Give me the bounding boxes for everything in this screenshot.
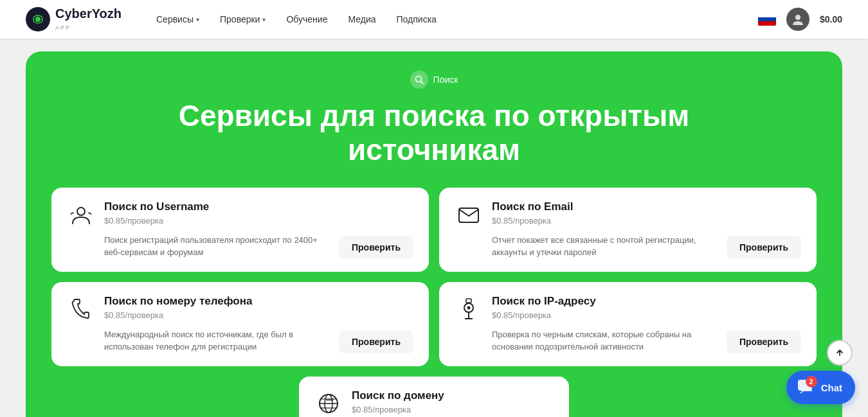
scroll-up-button[interactable] (827, 340, 853, 366)
check-username-button[interactable]: Проверить (339, 236, 413, 259)
card-ip-title: Поиск по IP-адресу (492, 295, 801, 308)
domain-icon: www (314, 389, 343, 417)
header-right: $0.00 (758, 8, 842, 31)
card-phone-title: Поиск по номеру телефона (104, 295, 413, 308)
logo-icon (26, 7, 50, 31)
card-ip: Поиск по IP-адресу $0.85/проверка Провер… (439, 282, 817, 366)
card-username-title: Поиск по Username (104, 200, 413, 213)
language-flag[interactable] (758, 13, 776, 26)
check-ip-button[interactable]: Проверить (727, 330, 801, 353)
card-email-price: $0.85/проверка (492, 216, 801, 226)
card-username: Поиск по Username $0.85/проверка Поиск р… (51, 188, 429, 272)
svg-rect-9 (466, 299, 471, 303)
nav-item-media[interactable]: Медиа (339, 9, 384, 30)
card-ip-price: $0.85/проверка (492, 310, 801, 320)
card-domain-price: $0.85/проверка (352, 405, 554, 414)
card-email-desc: Отчет покажет все связанные с почтой рег… (492, 234, 719, 259)
main-container: Поиск Сервисы для поиска по открытым ист… (26, 51, 842, 417)
search-icon (410, 71, 428, 89)
chat-bubble-icon: 2 (797, 378, 815, 396)
chat-badge: 2 (806, 376, 817, 387)
phone-icon (67, 295, 95, 323)
svg-text:www: www (325, 398, 334, 402)
logo-sub: APP (55, 24, 71, 31)
balance: $0.00 (820, 14, 842, 24)
nav-item-services[interactable]: Сервисы ▾ (147, 9, 208, 30)
breadcrumb: Поиск (51, 71, 817, 89)
check-phone-button[interactable]: Проверить (339, 330, 413, 353)
card-ip-desc: Проверка по черным спискам, которые собр… (492, 328, 719, 353)
cards-grid: Поиск по Username $0.85/проверка Поиск р… (51, 188, 817, 366)
username-icon (67, 200, 95, 229)
nav-item-subscription[interactable]: Подписка (388, 9, 446, 30)
card-email: Поиск по Email $0.85/проверка Отчет пока… (439, 188, 817, 272)
check-email-button[interactable]: Проверить (727, 236, 801, 259)
svg-point-1 (35, 17, 41, 22)
logo-text: CyberYozh (55, 6, 122, 21)
card-phone: Поиск по номеру телефона $0.85/проверка … (51, 282, 429, 366)
card-phone-price: $0.85/проверка (104, 310, 413, 320)
card-domain-title: Поиск по домену (352, 389, 554, 402)
breadcrumb-label: Поиск (433, 75, 458, 85)
svg-point-8 (467, 306, 471, 309)
nav-item-education[interactable]: Обучение (277, 9, 336, 30)
svg-point-2 (795, 15, 800, 20)
nav-item-checks[interactable]: Проверки ▾ (211, 9, 275, 30)
email-icon (455, 200, 483, 229)
ip-icon (455, 295, 483, 323)
chevron-down-icon: ▾ (196, 16, 199, 23)
svg-line-4 (420, 82, 423, 84)
main-nav: Сервисы ▾ Проверки ▾ Обучение Медиа Подп… (147, 9, 758, 30)
chat-label: Chat (821, 382, 842, 393)
card-domain: www Поиск по домену $0.85/проверка Позво… (299, 377, 569, 417)
avatar[interactable] (786, 8, 809, 31)
card-phone-desc: Международный поиск по источникам, где б… (104, 328, 331, 353)
card-email-title: Поиск по Email (492, 200, 801, 213)
chat-button[interactable]: 2 Chat (786, 371, 855, 404)
chevron-down-icon: ▾ (262, 16, 266, 23)
bottom-card-wrap: www Поиск по домену $0.85/проверка Позво… (51, 377, 817, 417)
hero-title: Сервисы для поиска по открытым источника… (51, 99, 817, 167)
svg-point-5 (77, 208, 85, 215)
card-username-desc: Поиск регистраций пользователя происходи… (104, 234, 331, 259)
card-username-price: $0.85/проверка (104, 216, 413, 226)
logo[interactable]: CyberYozh APP (26, 6, 122, 32)
